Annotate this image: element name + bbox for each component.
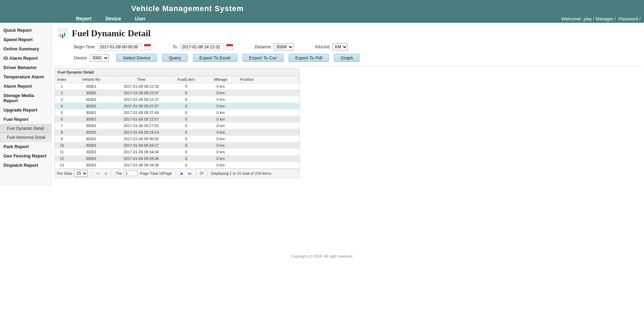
grid-scroll[interactable]: Index Vehicle No Time Fuel(Liter) Mileag…	[55, 76, 299, 169]
select-device-button[interactable]: Select Device	[116, 54, 157, 62]
cell: 12	[55, 155, 69, 162]
col-mileage[interactable]: Mileage	[203, 76, 238, 83]
nav-device[interactable]: Device	[105, 16, 121, 21]
cell: 0 km	[203, 162, 238, 169]
next-page-icon[interactable]: ▶	[179, 171, 185, 176]
cell: 30001	[69, 109, 114, 116]
cell: 30001	[69, 149, 114, 155]
nav-user[interactable]: User	[135, 16, 145, 21]
sidebar-item[interactable]: Speed Report	[0, 35, 51, 44]
kilo-select[interactable]: KM	[333, 44, 348, 50]
cell: 11	[55, 149, 69, 155]
sidebar-item[interactable]: Park Report	[0, 142, 51, 151]
cell	[238, 162, 299, 169]
per-data-select[interactable]: 15	[74, 170, 88, 177]
app-title: Vehicle Management System	[0, 0, 644, 16]
sidebar-item[interactable]: Geo Fencing Report	[0, 151, 51, 161]
user-name: play	[584, 16, 592, 21]
cell: 30001	[69, 90, 114, 96]
col-index[interactable]: Index	[55, 76, 69, 83]
cell	[238, 123, 299, 129]
col-time[interactable]: Time	[114, 76, 169, 83]
manager-link[interactable]: Manager	[596, 16, 613, 21]
table-row[interactable]: 3300012017-01-09 09:22:3700 km	[55, 96, 299, 103]
cell: 0 km	[203, 83, 238, 90]
last-page-icon[interactable]: ⏭	[187, 171, 192, 176]
header: Vehicle Management System Report Device …	[0, 0, 644, 23]
sidebar-item[interactable]: Dispatch Report	[0, 161, 51, 170]
cell: 8	[55, 129, 69, 136]
to-time-input[interactable]	[180, 44, 224, 50]
cell: 2	[55, 90, 69, 96]
graph-button[interactable]: Graph	[334, 54, 359, 62]
query-button[interactable]: Query	[162, 54, 188, 62]
first-page-icon[interactable]: ⏮	[95, 171, 100, 176]
to-calendar-icon[interactable]	[226, 44, 233, 50]
table-row[interactable]: 11300012017-01-09 09:34:3600 km	[55, 149, 299, 155]
cell: 0	[169, 162, 203, 169]
table-row[interactable]: 10300012017-01-09 09:34:2700 km	[55, 142, 299, 149]
sidebar-sub-item[interactable]: Fuel Abnormal Detail	[0, 133, 51, 142]
cell: 10	[55, 142, 69, 149]
table-row[interactable]: 5300012017-01-09 09:22:4900 km	[55, 109, 299, 116]
export-pdf-button[interactable]: Export To Pdf	[289, 54, 329, 62]
table-row[interactable]: 7300012017-01-09 09:27:5200 km	[55, 123, 299, 129]
sidebar-item[interactable]: IO Alarm Report	[0, 54, 51, 63]
cell: 0 km	[203, 123, 238, 129]
export-csv-button[interactable]: Export To Csv	[242, 54, 283, 62]
col-fuel[interactable]: Fuel(Liter)	[169, 76, 203, 83]
page-number-input[interactable]	[124, 171, 138, 176]
cell: 9	[55, 136, 69, 142]
sidebar-item[interactable]: Alarm Report	[0, 81, 51, 91]
refresh-icon[interactable]: ⟳	[200, 171, 204, 176]
cell: 13	[55, 162, 69, 169]
distance-select[interactable]: 500M	[274, 44, 294, 50]
table-row[interactable]: 6300012017-01-09 09:22:5700 km	[55, 116, 299, 123]
sidebar-item[interactable]: Quick Report	[0, 26, 51, 35]
cell: 7	[55, 123, 69, 129]
report-icon	[58, 29, 68, 38]
table-row[interactable]: 9300012017-01-09 09:30:0500 km	[55, 136, 299, 142]
cell: 0	[169, 116, 203, 123]
sidebar-item[interactable]: Temperature Alarm	[0, 72, 51, 81]
table-row[interactable]: 2300012017-01-09 09:22:3700 km	[55, 90, 299, 96]
cell: 2017-01-09 09:34:36	[114, 155, 169, 162]
cell	[238, 155, 299, 162]
export-excel-button[interactable]: Export To Excel	[193, 54, 237, 62]
cell: 2017-01-09 09:22:37	[114, 96, 169, 103]
sidebar-item[interactable]: Upgrade Report	[0, 105, 51, 115]
col-position[interactable]: Position	[238, 76, 299, 83]
cell: 0	[169, 123, 203, 129]
footer: Copyright (c) 2016. All right reserved.	[0, 247, 644, 265]
table-row[interactable]: 12300012017-01-09 09:34:3600 km	[55, 155, 299, 162]
header-nav-left: Report Device User	[0, 16, 145, 21]
cell: 1	[55, 83, 69, 90]
begin-time-input[interactable]	[98, 44, 142, 50]
prev-page-icon[interactable]: ◀	[103, 171, 108, 176]
nav-report[interactable]: Report	[76, 16, 92, 21]
sidebar-item[interactable]: Storage Media Report	[0, 91, 51, 105]
col-vehicle[interactable]: Vehicle No	[69, 76, 114, 83]
table-row[interactable]: 8300012017-01-09 09:29:1400 km	[55, 129, 299, 136]
cell: 30001	[69, 96, 114, 103]
page-total-label: Page Total 15Page	[140, 171, 172, 175]
cell: 30001	[69, 155, 114, 162]
cell: 0	[169, 83, 203, 90]
sidebar-item[interactable]: Online Summary	[0, 44, 51, 54]
device-select[interactable]: 30001	[90, 55, 109, 61]
password-link[interactable]: Password	[618, 16, 638, 21]
table-row[interactable]: 4300012017-01-09 09:22:3700 km	[55, 103, 299, 109]
cell: 0	[169, 149, 203, 155]
sidebar-sub-item[interactable]: Fuel Dynamic Detail	[0, 124, 51, 133]
sidebar-item[interactable]: Fuel Report	[0, 115, 51, 124]
the-label: The	[115, 171, 122, 175]
cell: 30001	[69, 142, 114, 149]
device-label: Device:	[74, 56, 88, 60]
table-row[interactable]: 1300012017-01-09 09:22:3000 km	[55, 83, 299, 90]
sidebar-item[interactable]: Driver Behavior	[0, 63, 51, 72]
cell: 0	[169, 96, 203, 103]
begin-calendar-icon[interactable]	[144, 44, 151, 50]
cell: 2017-01-09 09:29:14	[114, 129, 169, 136]
cell: 0 km	[203, 136, 238, 142]
table-row[interactable]: 13300012017-01-09 09:34:3600 km	[55, 162, 299, 169]
